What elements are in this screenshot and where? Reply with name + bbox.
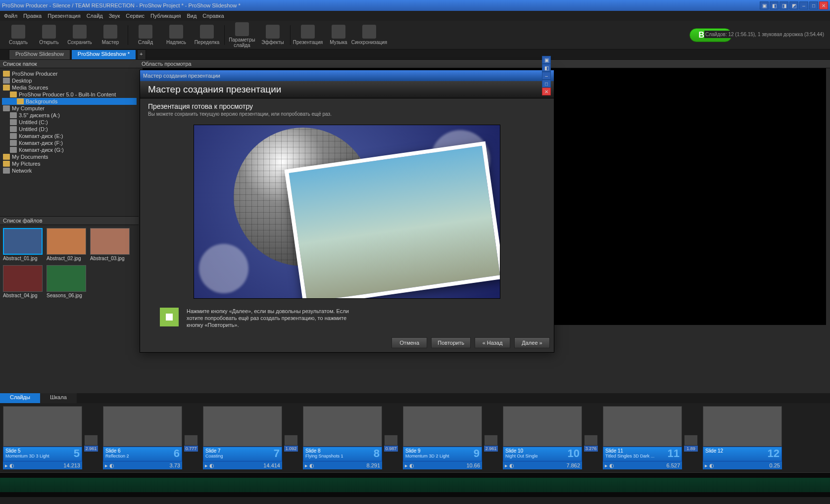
play-icon[interactable]: ▸ ◐ bbox=[205, 462, 214, 469]
menu-Слайд[interactable]: Слайд bbox=[87, 13, 103, 19]
tb-Синхронизация[interactable]: Синхронизация bbox=[354, 25, 385, 45]
slide-thumb bbox=[303, 406, 382, 447]
file-Seasons_06.jpg[interactable]: Seasons_06.jpg bbox=[47, 265, 86, 298]
tb-Слайд[interactable]: Слайд bbox=[130, 25, 161, 45]
slide-strip[interactable]: Slide 5Momentum 3D 3 Light5▸ ◐14.2132.96… bbox=[0, 403, 830, 472]
menu-Сервис[interactable]: Сервис bbox=[126, 13, 145, 19]
file-Abstract_03.jpg[interactable]: Abstract_03.jpg bbox=[90, 228, 130, 261]
tree-Компакт-диск (G:)[interactable]: Компакт-диск (G:) bbox=[2, 146, 137, 153]
menu-Презентация[interactable]: Презентация bbox=[48, 13, 80, 19]
file-Abstract_01.jpg[interactable]: Abstract_01.jpg bbox=[3, 228, 43, 261]
tb-Музыка[interactable]: Музыка bbox=[323, 25, 354, 45]
play-icon[interactable]: ▸ ◐ bbox=[605, 462, 614, 469]
transition-11[interactable]: 1.89 bbox=[684, 435, 698, 454]
drive-icon bbox=[3, 78, 10, 84]
stop-icon[interactable] bbox=[160, 308, 179, 326]
transition-8[interactable]: 0.987 bbox=[384, 435, 398, 454]
slide-9[interactable]: Slide 9Momentum 3D 2 Light9▸ ◐10.66 bbox=[403, 406, 482, 469]
tree-Компакт-диск (F:)[interactable]: Компакт-диск (F:) bbox=[2, 139, 137, 146]
tree-My Documents[interactable]: My Documents bbox=[2, 153, 137, 160]
transition-5[interactable]: 2.961 bbox=[84, 435, 98, 454]
menubar: ФайлПравкаПрезентацияСлайдЗвукСервисПубл… bbox=[0, 11, 830, 21]
tree-Компакт-диск (E:)[interactable]: Компакт-диск (E:) bbox=[2, 133, 137, 139]
transition-9[interactable]: 2.961 bbox=[484, 435, 498, 454]
tree-Desktop[interactable]: Desktop bbox=[2, 77, 137, 84]
tree-My Computer[interactable]: My Computer bbox=[2, 105, 137, 112]
minimize-button[interactable]: – bbox=[799, 1, 808, 9]
tl-tab-scale[interactable]: Шкала bbox=[40, 393, 77, 403]
tree-Backgrounds[interactable]: Backgrounds bbox=[2, 98, 137, 105]
tree-Untitled (C:)[interactable]: Untitled (C:) bbox=[2, 119, 137, 126]
back-button[interactable]: « Назад bbox=[475, 337, 510, 348]
menu-Правка[interactable]: Правка bbox=[23, 13, 42, 19]
menu-Файл[interactable]: Файл bbox=[4, 13, 17, 19]
slide-8[interactable]: Slide 8Flying Snapshots 18▸ ◐8.291 bbox=[303, 406, 382, 469]
doc-tab-2[interactable]: ProShow Slideshow * bbox=[71, 49, 136, 59]
tb-Создать[interactable]: Создать bbox=[3, 25, 34, 45]
tb-Мастер[interactable]: Мастер bbox=[95, 25, 126, 45]
tb-Сохранить[interactable]: Сохранить bbox=[64, 25, 95, 45]
tb-Эффекты[interactable]: Эффекты bbox=[257, 25, 288, 45]
window-controls: ▣ ◧ ◨ ◩ – □ ✕ bbox=[760, 1, 828, 9]
win-btn-2[interactable]: ◧ bbox=[770, 1, 779, 9]
tl-tab-slides[interactable]: Слайды bbox=[0, 393, 40, 403]
menu-Справка[interactable]: Справка bbox=[202, 13, 224, 19]
next-button[interactable]: Далее » bbox=[514, 337, 550, 348]
dlg-btn-1[interactable]: ▣ bbox=[542, 56, 551, 64]
transition-6[interactable]: 0.777 bbox=[184, 435, 198, 454]
tb-Презентация[interactable]: Презентация bbox=[293, 25, 323, 45]
tb-Открыть[interactable]: Открыть bbox=[34, 25, 64, 45]
drive-icon bbox=[10, 119, 17, 125]
file-Abstract_02.jpg[interactable]: Abstract_02.jpg bbox=[47, 228, 86, 261]
close-button[interactable]: ✕ bbox=[819, 1, 828, 9]
tree-ProShow Producer[interactable]: ProShow Producer bbox=[2, 70, 137, 77]
slide-7[interactable]: Slide 7Coasting7▸ ◐14.414 bbox=[203, 406, 282, 469]
add-tab-button[interactable]: + bbox=[137, 49, 146, 59]
maximize-button[interactable]: □ bbox=[809, 1, 818, 9]
folder-icon bbox=[10, 92, 17, 97]
slide-10[interactable]: Slide 10Night Out Single10▸ ◐7.862 bbox=[503, 406, 582, 469]
dlg-close[interactable]: ✕ bbox=[542, 88, 551, 95]
tree-My Pictures[interactable]: My Pictures bbox=[2, 160, 137, 167]
app-title: ProShow Producer - Silence / TEAM RESURR… bbox=[2, 2, 241, 8]
win-btn-3[interactable]: ◨ bbox=[780, 1, 788, 9]
slide-11[interactable]: Slide 11Titled Singles 3D Dark ...11▸ ◐6… bbox=[603, 406, 682, 469]
transition-10[interactable]: 3.276 bbox=[584, 435, 598, 454]
tree-Untitled (D:)[interactable]: Untitled (D:) bbox=[2, 126, 137, 133]
tb-Переделка[interactable]: Переделка bbox=[192, 25, 222, 45]
doc-tab-1[interactable]: ProShow Slideshow bbox=[9, 49, 70, 59]
play-icon[interactable]: ▸ ◐ bbox=[505, 462, 514, 469]
slide-5[interactable]: Slide 5Momentum 3D 3 Light5▸ ◐14.213 bbox=[3, 406, 82, 469]
preview-header: Область просмотра bbox=[139, 59, 830, 68]
transition-7[interactable]: 1.092 bbox=[284, 435, 298, 454]
slide-thumb bbox=[103, 406, 182, 447]
file-list: Abstract_01.jpgAbstract_02.jpgAbstract_0… bbox=[0, 225, 139, 329]
menu-Публикация[interactable]: Публикация bbox=[150, 13, 181, 19]
cancel-button[interactable]: Отмена bbox=[391, 337, 427, 348]
menu-Вид[interactable]: Вид bbox=[187, 13, 196, 19]
transition-icon bbox=[584, 435, 598, 446]
audio-waveform[interactable] bbox=[0, 472, 830, 497]
win-btn-4[interactable]: ◩ bbox=[789, 1, 798, 9]
play-icon[interactable]: ▸ ◐ bbox=[105, 462, 114, 469]
tree-Network[interactable]: Network bbox=[2, 167, 137, 174]
tb-Надпись[interactable]: Надпись bbox=[161, 25, 192, 45]
play-icon[interactable]: ▸ ◐ bbox=[405, 462, 414, 469]
thumbnail-image bbox=[90, 228, 130, 255]
slide-6[interactable]: Slide 6Reflection 26▸ ◐3.73 bbox=[103, 406, 182, 469]
dlg-btn-2[interactable]: ◧ bbox=[542, 64, 551, 72]
menu-Звук[interactable]: Звук bbox=[109, 13, 120, 19]
tree-ProShow Producer 5.0 - Built-In Content[interactable]: ProShow Producer 5.0 - Built-In Content bbox=[2, 91, 137, 98]
retry-button[interactable]: Повторить bbox=[431, 337, 471, 348]
tree-3.5" дискета (A:)[interactable]: 3.5" дискета (A:) bbox=[2, 112, 137, 119]
play-icon[interactable]: ▸ ◐ bbox=[705, 462, 714, 469]
file-Abstract_04.jpg[interactable]: Abstract_04.jpg bbox=[3, 265, 43, 298]
slide-12[interactable]: Slide 1212▸ ◐0.25 bbox=[703, 406, 782, 469]
win-btn-1[interactable]: ▣ bbox=[760, 1, 769, 9]
play-icon[interactable]: ▸ ◐ bbox=[305, 462, 314, 469]
dlg-minimize[interactable]: – bbox=[542, 72, 551, 80]
play-icon[interactable]: ▸ ◐ bbox=[5, 462, 14, 469]
dlg-maximize[interactable]: □ bbox=[542, 80, 551, 88]
tb-Параметры слайда[interactable]: Параметры слайда bbox=[227, 22, 257, 48]
tree-Media Sources[interactable]: Media Sources bbox=[2, 84, 137, 91]
